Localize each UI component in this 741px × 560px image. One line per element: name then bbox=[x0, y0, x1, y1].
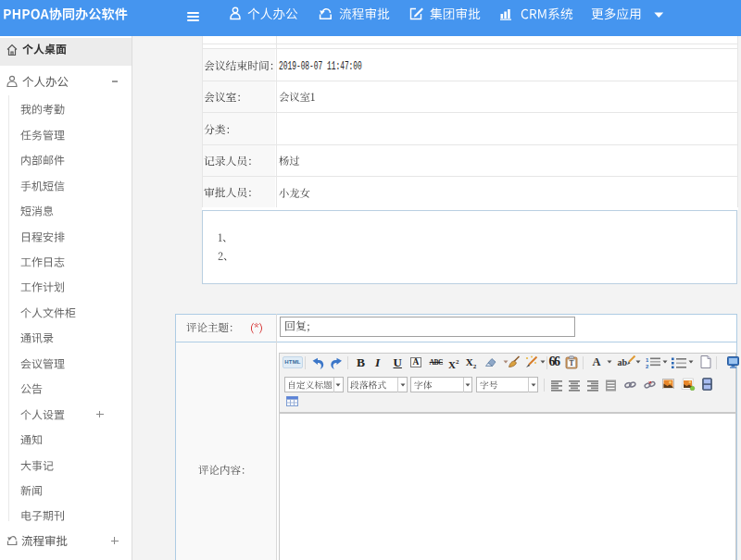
svg-text:1: 1 bbox=[646, 356, 649, 362]
svg-text:2: 2 bbox=[646, 363, 649, 368]
svg-text:T: T bbox=[569, 359, 573, 367]
